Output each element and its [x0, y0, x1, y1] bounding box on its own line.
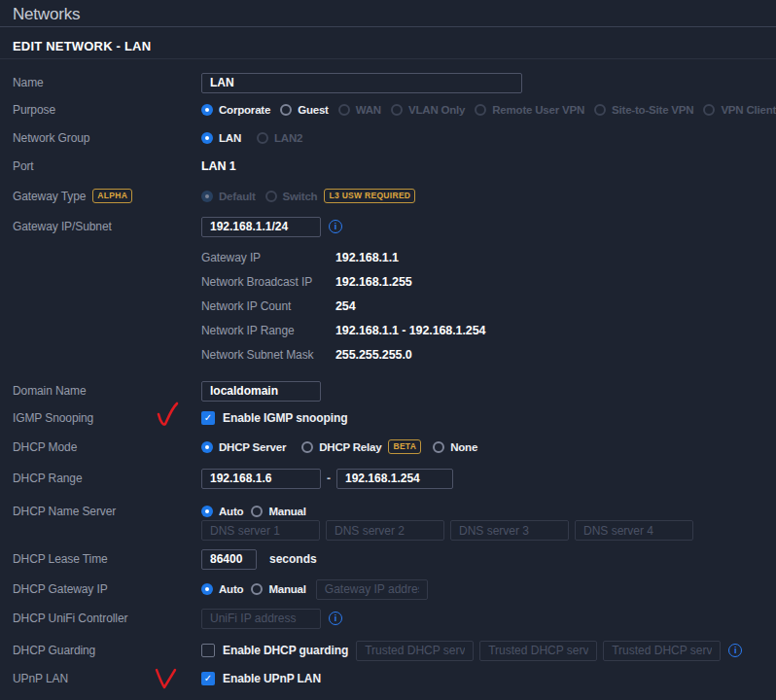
name-input[interactable]: [201, 73, 522, 93]
row-gateway-ip: Gateway IP 192.168.1.1: [0, 245, 776, 269]
radio-vlan-only: VLAN Only: [391, 104, 465, 116]
radio-dns-manual[interactable]: Manual: [251, 506, 305, 517]
radio-gateway-auto[interactable]: Auto: [201, 583, 243, 595]
lease-time-unit: seconds: [269, 552, 317, 566]
derived-label: Network Subnet Mask: [201, 348, 335, 362]
radio-corporate[interactable]: Corporate: [201, 104, 270, 116]
row-gateway-ip-subnet: Gateway IP/Subnet i: [0, 216, 776, 237]
derived-value: 192.168.1.1: [335, 251, 399, 264]
radio-label: Site-to-Site VPN: [612, 104, 693, 116]
row-dhcp-range: DHCP Range -: [0, 468, 776, 489]
radio-label: LAN2: [274, 132, 302, 144]
section-title: EDIT NETWORK - LAN: [0, 27, 776, 59]
unifi-controller-ip-input: [201, 609, 321, 629]
radio-selected-icon: [201, 104, 213, 116]
field-label-dhcp-mode: DHCP Mode: [0, 440, 201, 454]
radio-dns-auto[interactable]: Auto: [201, 506, 243, 517]
radio-lan[interactable]: LAN: [201, 132, 241, 144]
field-label-domain-name: Domain Name: [0, 384, 201, 398]
radio-selected-icon: [201, 506, 213, 517]
dhcp-gateway-ip-input: [316, 579, 428, 600]
derived-label: Gateway IP: [201, 251, 335, 264]
dhcp-range-end-input[interactable]: [336, 469, 453, 489]
derived-value: 192.168.1.255: [335, 275, 412, 289]
derived-label: Network IP Range: [201, 324, 335, 337]
radio-unselected-icon: [433, 441, 444, 453]
radio-label: Guest: [298, 104, 329, 116]
radio-disabled-icon: [475, 104, 486, 116]
radio-dhcp-server[interactable]: DHCP Server: [201, 441, 286, 453]
field-label-text: Gateway Type: [13, 190, 86, 203]
radio-selected-disabled-icon: [201, 191, 213, 202]
radio-switch: Switch: [265, 191, 318, 202]
field-label-port: Port: [0, 159, 201, 173]
field-label-dhcp-name-server: DHCP Name Server: [0, 505, 201, 518]
row-domain-name: Domain Name: [0, 380, 776, 402]
radio-unselected-icon: [251, 583, 263, 595]
upnp-lan-checkbox[interactable]: ✓: [201, 672, 215, 685]
port-value: LAN 1: [201, 159, 236, 173]
gateway-ip-subnet-input[interactable]: [201, 217, 321, 237]
derived-value: 254: [335, 299, 356, 313]
field-label-name: Name: [0, 76, 201, 89]
radio-unselected-icon: [280, 104, 292, 116]
dhcp-guarding-checkbox[interactable]: [201, 644, 215, 657]
radio-unselected-icon: [301, 441, 313, 453]
info-icon[interactable]: i: [728, 644, 742, 657]
row-igmp-snooping: IGMP Snooping ✓ Enable IGMP snooping: [0, 410, 776, 425]
radio-label: Switch: [283, 191, 318, 202]
dhcp-lease-time-input[interactable]: [201, 549, 257, 570]
radio-lan2: LAN2: [257, 132, 302, 144]
row-port: Port LAN 1: [0, 159, 776, 173]
trusted-dhcp-server-1-input: [356, 641, 474, 661]
radio-label: DHCP Server: [219, 441, 286, 453]
dhcp-range-start-input[interactable]: [201, 469, 321, 489]
range-separator: -: [327, 472, 331, 485]
info-icon[interactable]: i: [329, 612, 342, 625]
row-network-broadcast-ip: Network Broadcast IP 192.168.1.255: [0, 269, 776, 294]
radio-guest[interactable]: Guest: [280, 104, 329, 116]
row-network-ip-count: Network IP Count 254: [0, 294, 776, 318]
checkbox-label: Enable DHCP guarding: [223, 644, 348, 657]
row-name: Name: [0, 72, 776, 93]
row-dhcp-mode: DHCP Mode DHCP Server DHCP Relay BETA No…: [0, 439, 776, 454]
radio-disabled-icon: [703, 104, 715, 116]
derived-value: 192.168.1.1 - 192.168.1.254: [335, 324, 485, 337]
row-dhcp-guarding: DHCP Guarding Enable DHCP guarding i: [0, 640, 776, 661]
igmp-snooping-checkbox[interactable]: ✓: [201, 411, 215, 425]
radio-none[interactable]: None: [433, 441, 477, 453]
field-label-dhcp-gateway-ip: DHCP Gateway IP: [0, 582, 201, 596]
dns-server-1-input: [201, 520, 320, 541]
field-label-dhcp-range: DHCP Range: [0, 472, 201, 485]
radio-dhcp-relay[interactable]: DHCP Relay: [301, 441, 381, 453]
row-dhcp-gateway-ip: DHCP Gateway IP Auto Manual: [0, 578, 776, 600]
radio-label: Manual: [268, 506, 305, 517]
trusted-dhcp-server-2-input: [479, 641, 597, 661]
derived-value: 255.255.255.0: [335, 348, 412, 362]
row-dhcp-lease-time: DHCP Lease Time seconds: [0, 548, 776, 570]
radio-label: Manual: [268, 583, 305, 595]
radio-disabled-icon: [265, 191, 277, 202]
field-label-dhcp-guarding: DHCP Guarding: [0, 644, 201, 657]
radio-disabled-icon: [391, 104, 403, 116]
radio-disabled-icon: [257, 132, 268, 144]
row-dns-servers: [0, 520, 776, 541]
field-label-gateway-ip-subnet: Gateway IP/Subnet: [0, 220, 201, 233]
domain-name-input[interactable]: [201, 381, 321, 402]
radio-label: DHCP Relay: [319, 441, 381, 453]
radio-gateway-manual[interactable]: Manual: [251, 583, 305, 595]
derived-label: Network IP Count: [201, 299, 335, 313]
dns-server-3-input: [450, 520, 569, 541]
field-label-dhcp-unifi-controller: DHCP UniFi Controller: [0, 612, 201, 625]
radio-selected-icon: [201, 583, 213, 595]
radio-default: Default: [201, 191, 256, 202]
info-icon[interactable]: i: [329, 220, 342, 233]
radio-vpn-client: VPN Client: [703, 104, 776, 116]
radio-disabled-icon: [338, 104, 350, 116]
row-gateway-type: Gateway Type ALPHA Default Switch L3 USW…: [0, 189, 776, 203]
radio-label: Auto: [219, 506, 243, 517]
radio-label: Auto: [219, 583, 243, 595]
radio-label: Corporate: [219, 104, 270, 116]
alpha-badge: ALPHA: [92, 189, 132, 202]
radio-remote-user-vpn: Remote User VPN: [475, 104, 584, 116]
